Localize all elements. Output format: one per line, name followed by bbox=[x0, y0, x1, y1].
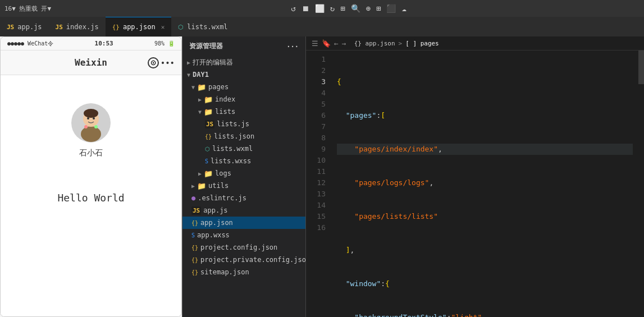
file-lists-js[interactable]: JS lists.js bbox=[182, 118, 305, 130]
file-app-wxss[interactable]: S app.wxss bbox=[182, 229, 305, 241]
top-bar-icons: ↺ ⏹ ⬜ ↻ ⊞ 🔍 ⊕ ⊞ ⬛ ☁ bbox=[58, 4, 640, 13]
breadcrumb-separator: > bbox=[399, 40, 403, 47]
tab-label: app.js bbox=[17, 23, 42, 31]
breadcrumb-child: [ ] pages bbox=[405, 40, 439, 47]
refresh-icon[interactable]: ↺ bbox=[291, 4, 295, 13]
minimap bbox=[638, 50, 644, 317]
grid-icon[interactable]: ⊞ bbox=[376, 4, 381, 13]
phone-hello-text: Hello World bbox=[57, 192, 124, 204]
phone-signal: ●●●●● WeChat令 bbox=[7, 40, 53, 48]
tab-app-js[interactable]: JS app.js bbox=[0, 17, 49, 36]
line-num: 2 bbox=[306, 65, 326, 76]
file-eslintrc[interactable]: ● .eslintrc.js bbox=[182, 192, 305, 204]
top-bar: 16▼ 热重载 开▼ ↺ ⏹ ⬜ ↻ ⊞ 🔍 ⊕ ⊞ ⬛ ☁ bbox=[0, 0, 644, 17]
chevron-right-icon: ▶ bbox=[198, 97, 202, 103]
explorer-header: 资源管理器 ··· bbox=[182, 36, 305, 56]
main-content: ●●●●● WeChat令 10:53 98% 🔋 Weixin ••• ⊙ bbox=[0, 36, 644, 317]
avatar bbox=[71, 103, 111, 143]
chevron-right-icon: ▶ bbox=[198, 171, 202, 177]
file-lists-json[interactable]: {} lists.json bbox=[182, 130, 305, 143]
wxml-icon: ⬡ bbox=[178, 24, 184, 31]
file-lists-wxml-label: lists.wxml bbox=[212, 145, 253, 153]
phone-frame: ●●●●● WeChat令 10:53 98% 🔋 Weixin ••• ⊙ bbox=[0, 36, 182, 317]
back-icon[interactable]: ← bbox=[334, 39, 339, 48]
wxss-file-icon: S bbox=[191, 232, 195, 238]
svg-point-5 bbox=[93, 117, 95, 120]
json-file-icon: {} bbox=[191, 269, 198, 275]
phone-nav-circle[interactable]: ⊙ bbox=[148, 57, 159, 68]
line-num: 11 bbox=[306, 166, 326, 177]
cloud-icon[interactable]: ☁ bbox=[401, 4, 406, 13]
file-lists-wxml[interactable]: ⬡ lists.wxml bbox=[182, 143, 305, 155]
tab-close-icon[interactable]: ✕ bbox=[161, 24, 165, 31]
compile-icon[interactable]: ↻ bbox=[330, 4, 335, 13]
phone-time: 10:53 bbox=[95, 40, 113, 47]
explorer-more-icon[interactable]: ··· bbox=[286, 43, 299, 50]
folder-utils[interactable]: ▶ 📁 utils bbox=[182, 180, 305, 192]
root-folder[interactable]: ▼ DAY1 bbox=[182, 68, 305, 81]
file-app-js-label: app.js bbox=[203, 206, 227, 214]
chevron-down-icon: ▼ bbox=[191, 84, 195, 90]
forward-icon[interactable]: → bbox=[342, 39, 346, 48]
tab-label: index.js bbox=[66, 23, 99, 31]
file-sitemap[interactable]: {} sitemap.json bbox=[182, 266, 305, 278]
search-icon[interactable]: 🔍 bbox=[351, 4, 360, 13]
line-num: 9 bbox=[306, 144, 326, 155]
line-num: 4 bbox=[306, 88, 326, 99]
code-line-1: { bbox=[337, 76, 633, 88]
top-bar-left: 16▼ 热重载 开▼ bbox=[4, 4, 51, 13]
file-lists-wxss[interactable]: S lists.wxss bbox=[182, 155, 305, 167]
folder-icon: 📁 bbox=[197, 83, 206, 91]
stop-icon[interactable]: ⏹ bbox=[302, 4, 309, 13]
js-icon: JS bbox=[7, 24, 14, 31]
folder-pages[interactable]: ▼ 📁 pages bbox=[182, 81, 305, 93]
hotreload-label[interactable]: 热重载 开▼ bbox=[19, 4, 51, 13]
debug-label[interactable]: 16▼ bbox=[4, 5, 16, 12]
menu-icon[interactable]: ☰ bbox=[312, 39, 318, 48]
tab-index-js[interactable]: JS index.js bbox=[49, 17, 106, 36]
chevron-down-icon: ▼ bbox=[187, 72, 190, 78]
code-body[interactable]: 1 2 3 4 5 6 7 8 9 10 11 12 13 14 15 16 {… bbox=[306, 50, 644, 317]
folder-icon: 📁 bbox=[204, 169, 213, 178]
breadcrumb-path: {} app.json bbox=[354, 40, 395, 47]
tab-bar: JS app.js JS index.js {} app.json ✕ ⬡ li… bbox=[0, 17, 644, 36]
file-project-config[interactable]: {} project.config.json bbox=[182, 241, 305, 254]
code-editor: ☰ 🔖 ← → {} app.json > [ ] pages 1 2 3 4 … bbox=[306, 36, 644, 317]
line-num: 1 bbox=[306, 54, 326, 65]
line-num: 12 bbox=[306, 177, 326, 189]
json-file-icon: {} bbox=[191, 245, 198, 251]
folder-lists-label: lists bbox=[215, 108, 235, 116]
file-app-json-label: app.json bbox=[200, 219, 233, 227]
code-line-8: "backgroundTextStyle":"light", bbox=[337, 312, 633, 317]
file-app-js[interactable]: JS app.js bbox=[182, 204, 305, 217]
folder-index[interactable]: ▶ 📁 index bbox=[182, 93, 305, 105]
preview-icon[interactable]: ⬜ bbox=[315, 4, 325, 13]
code-line-2: "pages":[ bbox=[337, 110, 633, 121]
wxss-file-icon: S bbox=[205, 158, 208, 164]
terminal-icon[interactable]: ⬛ bbox=[386, 4, 396, 13]
open-editors-section[interactable]: ▶ 打开的编辑器 bbox=[182, 56, 305, 68]
folder-lists[interactable]: ▼ 📁 lists bbox=[182, 105, 305, 118]
open-editors-label: 打开的编辑器 bbox=[193, 58, 233, 67]
folder-logs[interactable]: ▶ 📁 logs bbox=[182, 167, 305, 180]
json-file-icon: {} bbox=[191, 257, 198, 263]
line-num: 3 bbox=[306, 76, 326, 88]
chevron-right-icon: ▶ bbox=[191, 183, 195, 189]
chevron-down-icon: ▼ bbox=[198, 109, 202, 115]
upload-icon[interactable]: ⊞ bbox=[340, 4, 345, 13]
tab-label: app.json bbox=[123, 23, 156, 31]
line-num: 6 bbox=[306, 110, 326, 121]
file-app-wxss-label: app.wxss bbox=[197, 231, 230, 239]
tab-app-json[interactable]: {} app.json ✕ bbox=[106, 17, 172, 36]
minimap-thumb[interactable] bbox=[638, 50, 644, 84]
phone-battery: 98% 🔋 bbox=[154, 40, 175, 47]
code-content[interactable]: { "pages":[ "pages/index/index", "pages/… bbox=[331, 50, 638, 317]
add-icon[interactable]: ⊕ bbox=[366, 4, 371, 13]
bookmark-icon[interactable]: 🔖 bbox=[322, 39, 331, 48]
file-app-json[interactable]: {} app.json bbox=[182, 217, 305, 229]
file-lists-wxss-label: lists.wxss bbox=[211, 157, 251, 165]
file-project-private[interactable]: {} project.private.config.json bbox=[182, 254, 305, 266]
tab-lists-wxml[interactable]: ⬡ lists.wxml bbox=[171, 17, 234, 36]
phone-simulator: ●●●●● WeChat令 10:53 98% 🔋 Weixin ••• ⊙ bbox=[0, 36, 182, 317]
phone-nav-dots[interactable]: ••• bbox=[161, 58, 175, 67]
